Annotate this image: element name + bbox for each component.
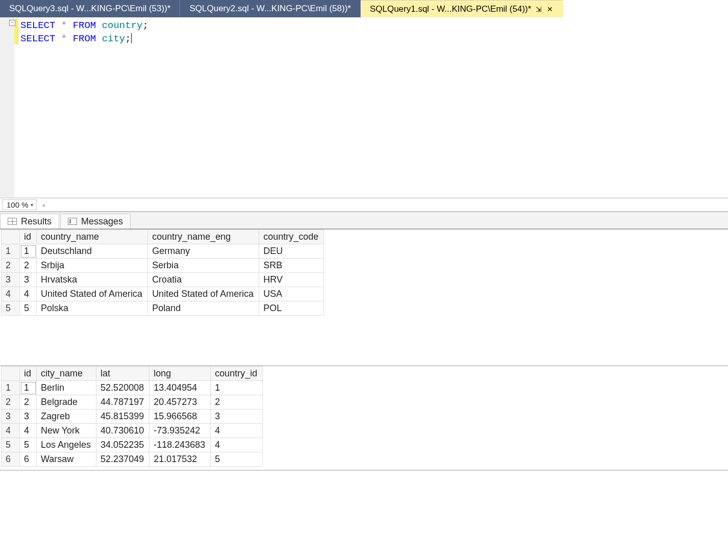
messages-tab[interactable]: Messages bbox=[60, 214, 131, 228]
document-tab-active[interactable]: SQLQuery1.sql - W...KING-PC\Emil (54))* … bbox=[361, 0, 563, 17]
table-cell[interactable]: 2 bbox=[211, 395, 263, 410]
table-cell[interactable]: 40.730610 bbox=[96, 424, 149, 438]
table-cell[interactable]: Germany bbox=[148, 244, 259, 259]
table-cell[interactable]: Los Angeles bbox=[37, 438, 96, 452]
row-number-cell[interactable]: 5 bbox=[2, 301, 20, 316]
table-cell[interactable]: 1 bbox=[20, 244, 37, 259]
table-cell[interactable]: 52.520008 bbox=[96, 381, 149, 395]
row-number-cell[interactable]: 5 bbox=[2, 438, 20, 452]
table-row[interactable]: 33Zagreb45.81539915.9665683 bbox=[2, 410, 263, 424]
table-cell[interactable]: 52.237049 bbox=[96, 452, 149, 467]
zoom-level-select[interactable]: 100 % ▾ bbox=[2, 199, 37, 210]
document-tab[interactable]: SQLQuery3.sql - W...KING-PC\Emil (53))* bbox=[0, 0, 180, 17]
table-cell[interactable]: 44.787197 bbox=[96, 395, 149, 410]
table-row[interactable]: 55PolskaPolandPOL bbox=[2, 301, 324, 316]
table-cell[interactable]: Srbija bbox=[37, 259, 148, 273]
table-cell[interactable]: 2 bbox=[20, 395, 37, 410]
table-cell[interactable]: 5 bbox=[20, 438, 37, 452]
table-cell[interactable]: 5 bbox=[20, 301, 37, 316]
row-number-cell[interactable]: 6 bbox=[2, 452, 20, 467]
table-row[interactable]: 33HrvatskaCroatiaHRV bbox=[2, 273, 324, 287]
close-tab-icon[interactable]: ✕ bbox=[546, 5, 554, 13]
table-cell[interactable]: 1 bbox=[211, 381, 263, 395]
row-number-cell[interactable]: 2 bbox=[2, 395, 20, 410]
table-cell[interactable]: 34.052235 bbox=[96, 438, 149, 452]
table-cell[interactable]: -73.935242 bbox=[149, 424, 211, 438]
table-cell[interactable]: United Stated of America bbox=[148, 287, 259, 301]
result-table-city[interactable]: id city_name lat long country_id 11Berli… bbox=[1, 366, 263, 467]
table-cell[interactable]: 20.457273 bbox=[149, 395, 211, 410]
table-cell[interactable]: HRV bbox=[259, 273, 324, 287]
table-cell[interactable]: POL bbox=[259, 301, 324, 316]
table-cell[interactable]: Belgrade bbox=[37, 395, 96, 410]
document-tab[interactable]: SQLQuery2.sql - W...KING-PC\Emil (58))* bbox=[180, 0, 360, 17]
row-number-cell[interactable]: 3 bbox=[2, 273, 20, 287]
column-header[interactable]: id bbox=[20, 230, 37, 244]
table-cell[interactable]: Deutschland bbox=[37, 244, 148, 259]
table-row[interactable]: 22Belgrade44.78719720.4572732 bbox=[2, 395, 263, 410]
table-cell[interactable]: 6 bbox=[20, 452, 37, 467]
table-cell[interactable]: 21.017532 bbox=[149, 452, 211, 467]
column-header[interactable]: country_name bbox=[37, 230, 148, 244]
table-cell[interactable]: 4 bbox=[20, 424, 37, 438]
table-cell[interactable]: SRB bbox=[259, 259, 324, 273]
table-cell[interactable]: 2 bbox=[20, 259, 37, 273]
table-cell[interactable]: 5 bbox=[211, 452, 263, 467]
column-header[interactable]: country_code bbox=[259, 230, 324, 244]
column-header[interactable]: country_name_eng bbox=[148, 230, 259, 244]
table-cell[interactable]: 13.404954 bbox=[149, 381, 211, 395]
table-cell[interactable]: Polska bbox=[37, 301, 148, 316]
code-line[interactable]: SELECT * FROM city; bbox=[18, 32, 728, 45]
table-cell[interactable]: 3 bbox=[20, 410, 37, 424]
table-row[interactable]: 66Warsaw52.23704921.0175325 bbox=[2, 452, 263, 467]
results-tabstrip: Results Messages bbox=[0, 212, 728, 230]
chevron-down-icon: ▾ bbox=[31, 202, 33, 208]
table-row[interactable]: 44United Stated of AmericaUnited Stated … bbox=[2, 287, 324, 301]
table-row[interactable]: 22SrbijaSerbiaSRB bbox=[2, 259, 324, 273]
messages-tab-label: Messages bbox=[81, 216, 123, 227]
row-number-cell[interactable]: 2 bbox=[2, 259, 20, 273]
result-table-country[interactable]: id country_name country_name_eng country… bbox=[1, 230, 324, 316]
column-header[interactable]: lat bbox=[96, 367, 149, 381]
table-cell[interactable]: Serbia bbox=[148, 259, 259, 273]
table-cell[interactable]: Warsaw bbox=[37, 452, 96, 467]
table-cell[interactable]: Poland bbox=[148, 301, 259, 316]
table-cell[interactable]: DEU bbox=[259, 244, 324, 259]
code-line[interactable]: SELECT * FROM country; bbox=[18, 19, 728, 32]
table-cell[interactable]: New York bbox=[37, 424, 96, 438]
table-cell[interactable]: Berlin bbox=[37, 381, 96, 395]
table-cell[interactable]: Zagreb bbox=[37, 410, 96, 424]
table-cell[interactable]: 3 bbox=[20, 273, 37, 287]
results-tab[interactable]: Results bbox=[0, 214, 59, 228]
row-number-cell[interactable]: 1 bbox=[2, 381, 20, 395]
row-number-cell[interactable]: 4 bbox=[2, 424, 20, 438]
table-cell[interactable]: 15.966568 bbox=[149, 410, 211, 424]
table-cell[interactable]: 3 bbox=[211, 410, 263, 424]
table-cell[interactable]: 4 bbox=[211, 438, 263, 452]
table-cell[interactable]: 1 bbox=[20, 381, 37, 395]
column-header[interactable]: country_id bbox=[211, 367, 263, 381]
horizontal-scroll-left-icon[interactable]: ◂ bbox=[40, 201, 45, 209]
column-header[interactable]: city_name bbox=[37, 367, 96, 381]
table-cell[interactable]: Hrvatska bbox=[37, 273, 148, 287]
column-header[interactable]: id bbox=[20, 367, 37, 381]
table-row[interactable]: 55Los Angeles34.052235-118.2436834 bbox=[2, 438, 263, 452]
document-tab-label: SQLQuery2.sql - W...KING-PC\Emil (58))* bbox=[189, 4, 350, 14]
table-row[interactable]: 11Berlin52.52000813.4049541 bbox=[2, 381, 263, 395]
table-row[interactable]: 11DeutschlandGermanyDEU bbox=[2, 244, 324, 259]
table-cell[interactable]: United Stated of America bbox=[37, 287, 148, 301]
table-cell[interactable]: -118.243683 bbox=[149, 438, 211, 452]
code-fold-toggle[interactable]: − bbox=[9, 20, 15, 26]
column-header[interactable]: long bbox=[149, 367, 211, 381]
table-cell[interactable]: 45.815399 bbox=[96, 410, 149, 424]
table-cell[interactable]: Croatia bbox=[148, 273, 259, 287]
table-cell[interactable]: 4 bbox=[211, 424, 263, 438]
row-number-cell[interactable]: 1 bbox=[2, 244, 20, 259]
table-row[interactable]: 44New York40.730610-73.9352424 bbox=[2, 424, 263, 438]
table-cell[interactable]: 4 bbox=[20, 287, 37, 301]
table-cell[interactable]: USA bbox=[259, 287, 324, 301]
pin-tab-icon[interactable]: ⇲ bbox=[535, 5, 542, 13]
sql-editor[interactable]: − SELECT * FROM country; SELECT * FROM c… bbox=[18, 17, 728, 197]
row-number-cell[interactable]: 3 bbox=[2, 410, 20, 424]
row-number-cell[interactable]: 4 bbox=[2, 287, 20, 301]
